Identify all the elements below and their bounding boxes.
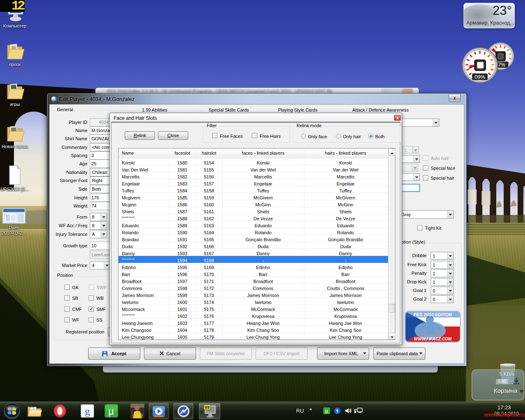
svg-text:PES 2010 EDITOR: PES 2010 EDITOR (413, 312, 452, 317)
svg-text:09%: 09% (475, 74, 485, 80)
svg-text:WWW.FIFACZ.COM: WWW.FIFACZ.COM (414, 337, 452, 341)
svg-text:µ: µ (325, 408, 328, 414)
svg-text:g: g (85, 405, 90, 417)
svg-text:µ: µ (108, 406, 114, 417)
svg-text:99: 99 (205, 406, 210, 410)
